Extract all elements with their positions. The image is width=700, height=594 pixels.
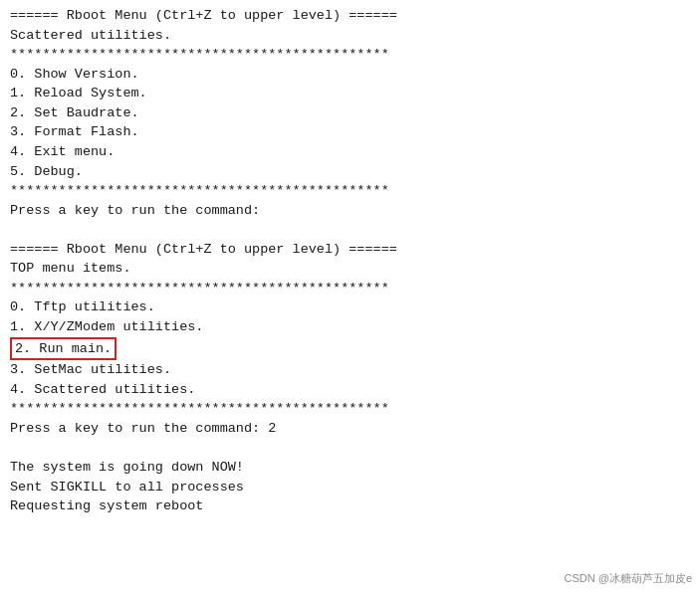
terminal-line: 3. SetMac utilities. (10, 360, 690, 380)
watermark: CSDN @冰糖葫芦五加皮e (564, 571, 692, 586)
terminal-line: 4. Exit menu. (10, 142, 690, 162)
terminal-line: 0. Tftp utilities. (10, 297, 690, 317)
terminal-line: Press a key to run the command: 2 (10, 419, 690, 439)
terminal-line: ****************************************… (10, 279, 690, 298)
terminal-line: Requesting system reboot (10, 496, 690, 516)
terminal-line: 1. Reload System. (10, 84, 690, 103)
terminal-line: Press a key to run the command: (10, 201, 690, 221)
terminal-line: 1. X/Y/ZModem utilities. (10, 317, 690, 337)
terminal-output: ====== Rboot Menu (Ctrl+Z to upper level… (10, 6, 690, 516)
terminal-line: 2. Set Baudrate. (10, 103, 690, 123)
terminal-line: TOP menu items. (10, 259, 690, 279)
terminal-line: ****************************************… (10, 181, 690, 201)
terminal-window: ====== Rboot Menu (Ctrl+Z to upper level… (0, 0, 700, 594)
terminal-line: 5. Debug. (10, 162, 690, 182)
terminal-line: The system is going down NOW! (10, 458, 690, 478)
terminal-line (10, 220, 690, 240)
terminal-line: ====== Rboot Menu (Ctrl+Z to upper level… (10, 6, 690, 26)
terminal-line: 4. Scattered utilities. (10, 380, 690, 400)
terminal-line: Sent SIGKILL to all processes (10, 478, 690, 497)
terminal-line: ****************************************… (10, 45, 690, 65)
terminal-line: ****************************************… (10, 399, 690, 419)
terminal-line: 2. Run main. (10, 337, 690, 361)
highlighted-menu-item: 2. Run main. (10, 337, 117, 361)
terminal-line: Scattered utilities. (10, 26, 690, 46)
terminal-line: 3. Format Flash. (10, 122, 690, 142)
terminal-line: 0. Show Version. (10, 65, 690, 85)
terminal-line: ====== Rboot Menu (Ctrl+Z to upper level… (10, 240, 690, 260)
terminal-line (10, 438, 690, 458)
